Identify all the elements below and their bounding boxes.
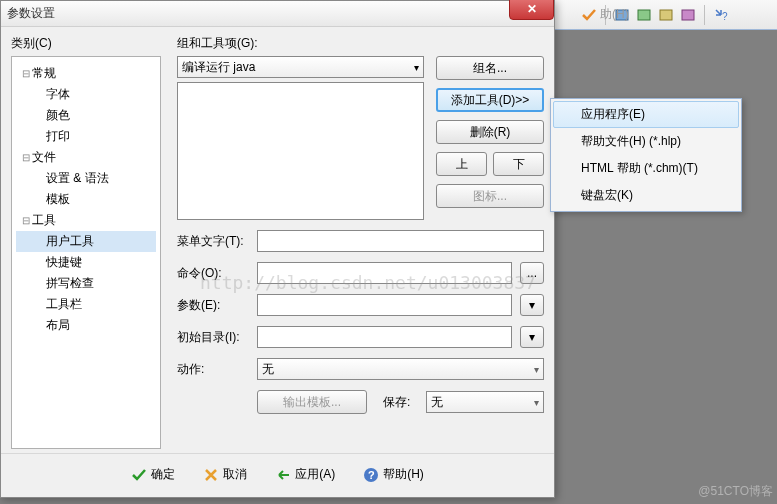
menu-text-input[interactable] <box>257 230 544 252</box>
output-template-button[interactable]: 输出模板... <box>257 390 367 414</box>
apply-button[interactable]: 应用(A) <box>275 466 335 483</box>
dialog-title: 参数设置 <box>7 5 55 22</box>
preferences-dialog: 参数设置 ✕ 类别(C) 常规 字体 颜色 打印 文件 设置 & 语法 模板 工… <box>0 0 555 498</box>
params-browse-button[interactable]: ▾ <box>520 294 544 316</box>
category-tree[interactable]: 常规 字体 颜色 打印 文件 设置 & 语法 模板 工具 用户工具 快捷键 拼写… <box>11 56 161 449</box>
close-icon: ✕ <box>527 2 537 16</box>
save-label: 保存: <box>383 394 410 411</box>
question-icon: ? <box>363 467 379 483</box>
popup-html-help[interactable]: HTML 帮助 (*.chm)(T) <box>553 155 739 182</box>
initial-dir-label: 初始目录(I): <box>177 329 249 346</box>
tool-icon-3[interactable] <box>657 6 675 24</box>
tree-user-tools[interactable]: 用户工具 <box>16 231 156 252</box>
tree-color[interactable]: 颜色 <box>16 105 156 126</box>
action-select[interactable]: 无 <box>257 358 544 380</box>
params-label: 参数(E): <box>177 297 249 314</box>
help-arrow-icon[interactable]: ? <box>712 6 730 24</box>
popup-application[interactable]: 应用程序(E) <box>553 101 739 128</box>
corner-watermark: @51CTO博客 <box>698 483 773 500</box>
initial-dir-browse-button[interactable]: ▾ <box>520 326 544 348</box>
tree-shortcut[interactable]: 快捷键 <box>16 252 156 273</box>
icon-button[interactable]: 图标... <box>436 184 544 208</box>
remove-button[interactable]: 删除(R) <box>436 120 544 144</box>
x-icon <box>203 467 219 483</box>
command-label: 命令(O): <box>177 265 249 282</box>
tree-tools[interactable]: 工具 <box>16 210 156 231</box>
ok-button[interactable]: 确定 <box>131 466 175 483</box>
save-select[interactable]: 无 <box>426 391 544 413</box>
dialog-footer: 确定 取消 应用(A) ? 帮助(H) <box>1 453 554 495</box>
cancel-button[interactable]: 取消 <box>203 466 247 483</box>
move-down-button[interactable]: 下 <box>493 152 544 176</box>
tree-settings[interactable]: 设置 & 语法 <box>16 168 156 189</box>
tree-general[interactable]: 常规 <box>16 63 156 84</box>
group-combo-value: 编译运行 java <box>182 59 255 76</box>
command-input[interactable] <box>257 262 512 284</box>
initial-dir-input[interactable] <box>257 326 512 348</box>
help-button[interactable]: ? 帮助(H) <box>363 466 424 483</box>
group-label: 组和工具项(G): <box>177 35 544 52</box>
dialog-titlebar[interactable]: 参数设置 ✕ <box>1 1 554 27</box>
tree-template[interactable]: 模板 <box>16 189 156 210</box>
move-up-button[interactable]: 上 <box>436 152 487 176</box>
command-browse-button[interactable]: ... <box>520 262 544 284</box>
check-icon[interactable] <box>580 6 598 24</box>
popup-help-file[interactable]: 帮助文件(H) (*.hlp) <box>553 128 739 155</box>
separator <box>704 5 705 25</box>
tree-spell[interactable]: 拼写检查 <box>16 273 156 294</box>
svg-rect-2 <box>660 10 672 20</box>
svg-text:?: ? <box>722 11 728 22</box>
action-label: 动作: <box>177 361 249 378</box>
menu-text-label: 菜单文字(T): <box>177 233 249 250</box>
tree-layout[interactable]: 布局 <box>16 315 156 336</box>
svg-text:?: ? <box>368 469 375 481</box>
bg-menu-text: 助(H) <box>600 6 629 23</box>
svg-rect-1 <box>638 10 650 20</box>
add-tool-button[interactable]: 添加工具(D)>> <box>436 88 544 112</box>
popup-keyboard-macro[interactable]: 键盘宏(K) <box>553 182 739 209</box>
close-button[interactable]: ✕ <box>509 0 554 20</box>
params-input[interactable] <box>257 294 512 316</box>
svg-rect-3 <box>682 10 694 20</box>
group-name-button[interactable]: 组名... <box>436 56 544 80</box>
add-tool-popup: 应用程序(E) 帮助文件(H) (*.hlp) HTML 帮助 (*.chm)(… <box>550 98 742 212</box>
tree-files[interactable]: 文件 <box>16 147 156 168</box>
tree-toolbar[interactable]: 工具栏 <box>16 294 156 315</box>
tool-icon-2[interactable] <box>635 6 653 24</box>
tool-listbox[interactable] <box>177 82 424 220</box>
apply-icon <box>275 467 291 483</box>
tree-print[interactable]: 打印 <box>16 126 156 147</box>
category-label: 类别(C) <box>11 35 161 52</box>
check-icon <box>131 467 147 483</box>
tree-font[interactable]: 字体 <box>16 84 156 105</box>
group-combo[interactable]: 编译运行 java <box>177 56 424 78</box>
tool-icon-4[interactable] <box>679 6 697 24</box>
